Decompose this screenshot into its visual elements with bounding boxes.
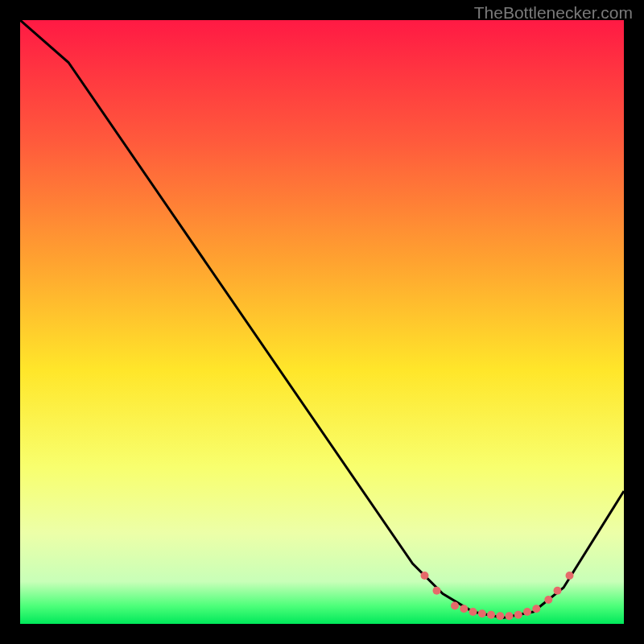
marker-dot	[514, 611, 522, 619]
marker-dot	[554, 587, 562, 595]
marker-dot	[460, 605, 468, 613]
chart-background	[20, 20, 624, 624]
marker-dot	[544, 596, 552, 604]
marker-dot	[478, 609, 486, 617]
marker-dot	[566, 572, 574, 580]
marker-dot	[421, 572, 429, 580]
marker-dot	[506, 612, 514, 620]
marker-dot	[433, 587, 441, 595]
watermark: TheBottlenecker.com	[474, 3, 633, 23]
chart-plot-area	[20, 20, 624, 624]
marker-dot	[469, 608, 477, 616]
marker-dot	[523, 608, 531, 616]
marker-dot	[487, 611, 495, 619]
marker-dot	[496, 612, 504, 620]
marker-dot	[532, 605, 540, 613]
marker-dot	[451, 602, 459, 610]
chart-svg	[20, 20, 624, 624]
